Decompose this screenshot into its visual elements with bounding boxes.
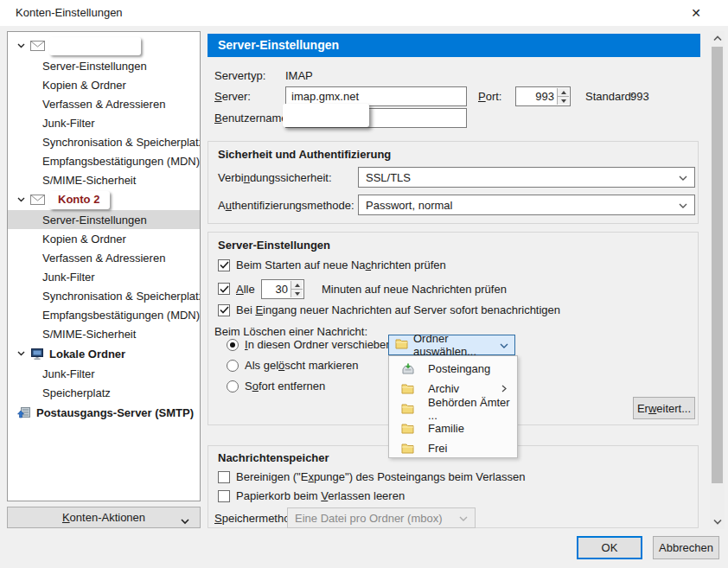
sidebar-item-junk-2[interactable]: Junk-Filter [8,267,200,286]
smtp-server-icon [16,406,32,418]
advanced-button[interactable]: Erweitert... [633,397,695,419]
sidebar-item-diskspace-local[interactable]: Speicherplatz [8,383,200,402]
auth-method-label: Authentifizierungsmethode: [218,199,354,212]
check-interval-row[interactable]: Alle [218,278,255,299]
on-delete-label: Beim Löschen einer Nachricht: [214,325,367,338]
auth-method-select[interactable]: Passwort, normal [358,195,695,215]
sidebar-item-server-settings-2[interactable]: Server-Einstellungen [8,210,200,229]
account-actions-button[interactable]: Konten-Aktionen [7,507,201,528]
ok-button[interactable]: OK [577,536,642,559]
security-title: Sicherheit und Authentifizierung [218,148,391,161]
titlebar: Konten-Einstellungen ✕ [0,0,728,26]
storage-method-select: Eine Datei pro Ordner (mbox) [287,507,476,528]
message-storage-title: Nachrichtenspeicher [218,451,329,464]
window-title: Konten-Einstellungen [16,6,123,19]
sidebar-item-sync-1[interactable]: Synchronisation & Speicherplatz [8,132,200,151]
chevron-down-icon [679,171,687,184]
sidebar-item-junk-1[interactable]: Junk-Filter [8,113,200,132]
sidebar-item-composition-2[interactable]: Verfassen & Adressieren [8,248,200,267]
chevron-down-icon [679,199,687,212]
server-settings-panel: Server-Einstellungen Servertyp: IMAP Ser… [208,31,700,529]
sidebar-item-copies-folders-2[interactable]: Kopien & Ordner [8,229,200,248]
scrollbar-thumb[interactable] [712,47,723,483]
checkbox-unchecked-icon[interactable] [218,471,230,483]
port-input[interactable]: 993 [515,86,571,106]
menu-item-behoerden-aemter[interactable]: Behörden Ämter ... [389,399,517,418]
chevron-down-icon[interactable] [16,195,25,204]
folder-picker-button[interactable]: Ordner auswählen... [388,335,515,355]
server-settings-title: Server-Einstellungen [218,239,330,252]
folder-icon [395,338,408,352]
radio-move-to-folder[interactable]: In diesen Ordner verschieben: [227,338,395,351]
radio-icon[interactable] [227,380,239,392]
redacted-account-name [49,37,141,55]
notify-row[interactable]: Bei Eingang neuer Nachrichten auf Server… [218,303,560,316]
sidebar-item-mdn-2[interactable]: Empfangsbestätigungen (MDN) [8,305,200,324]
folder-icon [400,402,415,415]
menu-item-frei[interactable]: Frei [389,438,517,458]
chevron-down-icon[interactable] [16,41,25,50]
radio-icon[interactable] [227,360,239,372]
sidebar-item-composition-1[interactable]: Verfassen & Adressieren [8,94,200,113]
sidebar-item-smtp[interactable]: Postausgangs-Server (SMTP) [8,402,200,423]
servertype-label: Servertyp: [214,69,265,82]
scroll-down-icon[interactable] [710,514,725,529]
checkbox-checked-icon[interactable] [218,259,230,271]
sidebar-item-server-settings-1[interactable]: Server-Einstellungen [8,56,200,75]
checkbox-unchecked-icon[interactable] [218,490,230,502]
account-name-konto2: Konto 2 [49,191,110,209]
account-tree: Server-Einstellungen Kopien & Ordner Ver… [7,31,201,501]
empty-trash-row[interactable]: Papierkorb beim Verlassen leeren [218,489,405,502]
username-label: Benutzername: [214,112,291,124]
folder-dropdown-menu: Posteingang Archiv Behörden Ämter ... Fa… [388,355,518,458]
chevron-down-icon [500,339,508,352]
minutes-spinner[interactable] [291,281,303,297]
panel-header: Server-Einstellungen [208,34,700,57]
redacted-username [283,104,369,127]
envelope-icon [29,40,45,52]
submenu-arrow-icon [501,382,507,395]
chevron-down-icon [459,512,468,525]
cancel-button[interactable]: Abbrechen [653,536,719,559]
spin-up-icon[interactable] [291,281,303,290]
port-spinner[interactable] [557,88,569,105]
chevron-down-icon [181,514,189,527]
minutes-suffix-label: Minuten auf neue Nachrichten prüfen [322,283,507,296]
sidebar-item-smime-2[interactable]: S/MIME-Sicherheit [8,324,200,343]
sidebar-item-copies-folders-1[interactable]: Kopien & Ordner [8,75,200,94]
standard-label: Standard: [585,90,634,103]
minutes-input[interactable]: 30 [261,279,304,299]
account-row-2[interactable]: Konto 2 [8,189,200,210]
sidebar-item-mdn-1[interactable]: Empfangsbestätigungen (MDN) [8,151,200,170]
folder-icon [400,382,415,395]
checkbox-checked-icon[interactable] [218,304,230,316]
sidebar-item-smime-1[interactable]: S/MIME-Sicherheit [8,170,200,189]
chevron-down-icon[interactable] [16,349,25,358]
spin-up-icon[interactable] [558,88,569,97]
connection-security-select[interactable]: SSL/TLS [358,167,695,188]
main-scrollbar[interactable] [710,31,725,529]
menu-item-posteingang[interactable]: Posteingang [389,359,517,379]
check-on-start-row[interactable]: Beim Starten auf neue Nachrichten prüfen [218,258,446,271]
spin-down-icon[interactable] [291,290,303,297]
scroll-up-icon[interactable] [710,31,725,46]
checkbox-checked-icon[interactable] [218,283,230,295]
inbox-icon [400,362,415,375]
connection-security-label: Verbindungssicherheit: [218,171,332,184]
sidebar-item-sync-2[interactable]: Synchronisation & Speicherplatz [8,286,200,305]
standard-value: 993 [630,90,649,103]
close-icon[interactable]: ✕ [686,3,706,22]
folder-icon [400,442,415,455]
account-actions-label: Konten-Aktionen [62,511,145,524]
radio-mark-deleted[interactable]: Als gelöscht markieren [227,359,359,372]
expunge-row[interactable]: Bereinigen ("Expunge") des Posteingangs … [218,470,525,483]
spin-down-icon[interactable] [558,97,569,105]
radio-selected-icon[interactable] [227,339,239,351]
radio-remove-immediately[interactable]: Sofort entfernen [227,380,325,392]
servertype-value: IMAP [285,69,313,82]
sidebar-item-junk-local[interactable]: Junk-Filter [8,364,200,383]
account-settings-dialog: { "window": { "title": "Konten-Einstellu… [0,0,728,568]
account-row-1[interactable] [8,35,200,56]
folder-icon [400,422,415,435]
sidebar-item-local-folders[interactable]: Lokale Ordner [8,343,200,364]
